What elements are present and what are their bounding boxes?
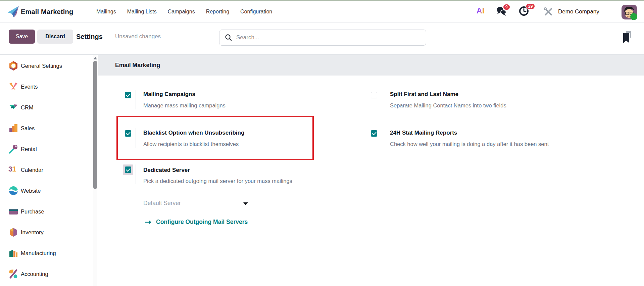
sidebar-scrollbar-thumb[interactable] <box>93 61 97 189</box>
sidebar-item-label: Manufacturing <box>21 250 56 256</box>
sidebar-item-inventory[interactable]: Inventory <box>0 222 93 243</box>
settings-sidebar: General Settings Events CRM <box>0 55 97 286</box>
sidebar-item-label: CRM <box>21 104 34 111</box>
setting-divider <box>136 90 136 109</box>
section-header-band: Email Marketing <box>98 55 644 76</box>
sidebar-item-label: Calendar <box>21 167 43 173</box>
blacklist-option-checkbox[interactable] <box>125 130 131 137</box>
search-input[interactable] <box>236 34 426 41</box>
sidebar-item-calendar[interactable]: 31 Calendar <box>0 159 93 180</box>
purchase-icon <box>8 206 18 217</box>
arrow-right-icon <box>145 219 152 225</box>
server-select-caret-icon[interactable] <box>243 202 248 205</box>
ai-icon[interactable]: AI <box>477 6 484 15</box>
user-avatar[interactable] <box>622 5 637 19</box>
sidebar-scrollbar-up-arrow[interactable] <box>94 57 97 59</box>
menu-reporting[interactable]: Reporting <box>206 9 229 15</box>
highlight-rectangle <box>116 116 314 160</box>
split-name-title: Split First and Last Name <box>390 91 458 98</box>
server-select-underline <box>143 209 248 209</box>
messages-count-badge: 9 <box>503 4 510 10</box>
sidebar-item-label: Rental <box>21 146 37 152</box>
sidebar-item-label: Events <box>21 84 38 90</box>
dedicated-server-title: Dedicated Server <box>143 167 190 174</box>
blacklist-option-title: Blacklist Option when Unsubscribing <box>143 130 244 136</box>
section-title: Email Marketing <box>115 55 160 76</box>
online-status-dot <box>630 13 637 20</box>
stat-reports-desc: Check how well your mailing is doing a d… <box>390 141 549 147</box>
dedicated-server-checkbox[interactable] <box>125 166 131 173</box>
menu-mailings[interactable]: Mailings <box>96 9 116 15</box>
general-settings-icon <box>8 61 18 71</box>
accounting-icon <box>8 269 18 279</box>
sidebar-item-rental[interactable]: Rental <box>0 139 93 159</box>
setting-divider <box>384 128 384 148</box>
search-icon <box>225 34 232 41</box>
website-icon <box>8 186 18 196</box>
setting-divider <box>136 164 136 184</box>
dedicated-server-desc: Pick a dedicated outgoing mail server fo… <box>143 178 292 184</box>
sidebar-item-crm[interactable]: CRM <box>0 97 93 118</box>
configure-mail-servers-link[interactable]: Configure Outgoing Mail Servers <box>145 219 248 226</box>
calendar-icon: 31 <box>8 165 18 175</box>
activities-count-badge: 29 <box>526 3 535 10</box>
crm-icon <box>8 102 18 112</box>
stat-reports-title: 24H Stat Mailing Reports <box>390 130 457 136</box>
unsaved-changes-status: Unsaved changes <box>115 23 161 50</box>
mailing-campaigns-checkbox[interactable] <box>125 92 131 98</box>
sidebar-item-events[interactable]: Events <box>0 76 93 97</box>
configure-mail-servers-label: Configure Outgoing Mail Servers <box>156 219 248 226</box>
stat-reports-checkbox[interactable] <box>371 130 377 137</box>
setting-divider <box>136 128 136 148</box>
sidebar-item-purchase[interactable]: Purchase <box>0 201 93 222</box>
sidebar-item-label: Website <box>21 188 41 194</box>
mailing-campaigns-desc: Manage mass mailing campaigns <box>143 102 226 109</box>
sidebar-item-accounting[interactable]: Accounting <box>0 264 93 284</box>
discard-button[interactable]: Discard <box>37 30 73 44</box>
events-icon <box>8 82 18 92</box>
menu-campaigns[interactable]: Campaigns <box>168 9 195 15</box>
mailing-campaigns-title: Mailing Campaigns <box>143 91 195 98</box>
manufacturing-icon <box>8 248 18 258</box>
inventory-icon <box>8 227 18 237</box>
save-button[interactable]: Save <box>9 30 35 44</box>
sidebar-item-label: Accounting <box>21 271 48 277</box>
rental-icon <box>8 144 18 154</box>
split-name-desc: Separate Mailing Contact Names into two … <box>390 102 506 109</box>
menu-configuration[interactable]: Configuration <box>240 9 272 15</box>
company-switcher[interactable]: Demo Company <box>558 1 599 22</box>
sidebar-item-manufacturing[interactable]: Manufacturing <box>0 243 93 264</box>
sidebar-item-website[interactable]: Website <box>0 180 93 201</box>
split-name-checkbox[interactable] <box>371 92 377 98</box>
server-select-value[interactable]: Default Server <box>143 200 181 207</box>
top-navbar: Email Marketing Mailings Mailing Lists C… <box>0 1 644 23</box>
sidebar-item-label: Inventory <box>21 229 44 236</box>
sidebar-item-label: Purchase <box>21 208 44 215</box>
debug-tools-icon[interactable] <box>544 7 555 18</box>
settings-control-bar: Save Discard Settings Unsaved changes <box>0 23 644 55</box>
sidebar-item-general-settings[interactable]: General Settings <box>0 55 93 76</box>
breadcrumb-settings-title: Settings <box>76 23 103 50</box>
sales-icon <box>8 123 18 133</box>
menu-mailing-lists[interactable]: Mailing Lists <box>127 9 157 15</box>
setting-divider <box>384 90 384 109</box>
sidebar-item-label: General Settings <box>21 63 62 69</box>
email-marketing-settings-page: Email Marketing Mailings Mailing Lists C… <box>0 0 644 286</box>
bookmark-icon[interactable] <box>622 31 633 43</box>
sidebar-item-sales[interactable]: Sales <box>0 118 93 139</box>
sidebar-item-label: Sales <box>21 125 35 132</box>
search-bar[interactable] <box>219 30 426 46</box>
app-logo-paper-plane-icon[interactable] <box>7 5 19 18</box>
app-title: Email Marketing <box>21 1 73 22</box>
main-menu: Mailings Mailing Lists Campaigns Reporti… <box>96 1 272 22</box>
blacklist-option-desc: Allow recipients to blacklist themselves <box>143 141 239 147</box>
